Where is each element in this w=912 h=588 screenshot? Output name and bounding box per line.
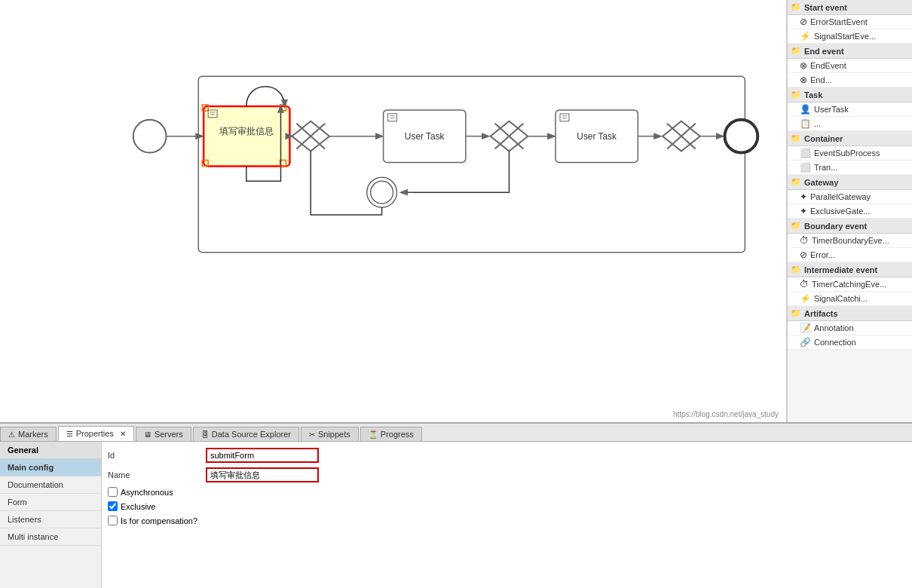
end-event2-icon: ⊗ bbox=[800, 75, 807, 85]
prop-id-input[interactable] bbox=[206, 448, 319, 463]
item-event-subprocess[interactable]: ⬜ EventSubProcess bbox=[788, 146, 912, 161]
end-event-icon: ⊗ bbox=[800, 60, 807, 71]
item-error-boundary[interactable]: ⊘ Error... bbox=[788, 248, 912, 262]
folder-icon: 📁 bbox=[791, 2, 801, 12]
item-annotation-label: Annotation bbox=[814, 323, 854, 332]
section-task[interactable]: 📁 Task bbox=[788, 87, 912, 103]
timer-boundary-icon: ⏱ bbox=[800, 235, 809, 246]
properties-content: Id Name Asynchronous Exclusive Is bbox=[102, 442, 912, 588]
prop-compensation-label: Is for compensation? bbox=[121, 516, 197, 525]
item-task2-label: ... bbox=[814, 119, 821, 128]
bpmn-diagram: 填写审批信息 User Task bbox=[0, 0, 786, 422]
item-error-boundary-label: Error... bbox=[810, 250, 835, 259]
nav-documentation[interactable]: Documentation bbox=[0, 476, 101, 494]
event-subprocess-icon: ⬜ bbox=[800, 148, 811, 158]
folder-icon-artifacts: 📁 bbox=[791, 308, 801, 318]
properties-area: General Main config Documentation Form L… bbox=[0, 442, 912, 588]
item-connection[interactable]: 🔗 Connection bbox=[788, 335, 912, 350]
timer-catching-icon: ⏱ bbox=[800, 279, 809, 289]
section-start-event-label: Start event bbox=[804, 3, 847, 12]
tab-close-icon[interactable]: ✕ bbox=[120, 430, 126, 438]
item-signal-start[interactable]: ⚡ SignalStartEve... bbox=[788, 29, 912, 44]
signal-start-icon: ⚡ bbox=[800, 31, 811, 41]
item-signal-catching[interactable]: ⚡ SignalCatchi... bbox=[788, 292, 912, 306]
item-exclusive-gate[interactable]: ✦ ExclusiveGate... bbox=[788, 204, 912, 219]
nav-main-config[interactable]: Main config bbox=[0, 459, 101, 476]
top-area: 填写审批信息 User Task bbox=[0, 0, 912, 422]
trans-icon: ⬜ bbox=[800, 162, 811, 173]
section-gateway[interactable]: 📁 Gateway bbox=[788, 175, 912, 190]
item-end-event[interactable]: ⊗ EndEvent bbox=[788, 59, 912, 73]
section-boundary-event-label: Boundary event bbox=[804, 222, 867, 231]
servers-icon: 🖥 bbox=[144, 430, 151, 439]
tab-datasource[interactable]: 🗄 Data Source Explorer bbox=[193, 427, 299, 441]
tab-snippets-label: Snippets bbox=[318, 430, 350, 439]
item-parallel-gateway[interactable]: ✦ ParallelGateway bbox=[788, 190, 912, 204]
watermark: https://blog.csdn.net/java_study bbox=[673, 410, 779, 418]
prop-exclusive-row: Exclusive bbox=[108, 501, 906, 511]
item-annotation[interactable]: 📝 Annotation bbox=[788, 321, 912, 335]
tab-properties[interactable]: ☰ Properties ✕ bbox=[58, 426, 134, 441]
item-trans[interactable]: ⬜ Tran... bbox=[788, 161, 912, 175]
tab-progress[interactable]: ⏳ Progress bbox=[360, 427, 422, 441]
tab-servers[interactable]: 🖥 Servers bbox=[136, 427, 191, 441]
prop-name-label: Name bbox=[108, 470, 206, 479]
left-nav-header: General bbox=[0, 442, 101, 459]
prop-async-checkbox[interactable] bbox=[108, 487, 118, 497]
user-task-icon: 👤 bbox=[800, 104, 811, 115]
section-artifacts[interactable]: 📁 Artifacts bbox=[788, 306, 912, 321]
nav-form[interactable]: Form bbox=[0, 494, 101, 511]
right-panel: 📁 Start event ⊘ ErrorStartEvent ⚡ Signal… bbox=[787, 0, 912, 422]
tab-snippets[interactable]: ✂ Snippets bbox=[301, 427, 359, 441]
left-nav: General Main config Documentation Form L… bbox=[0, 442, 102, 588]
connection-icon: 🔗 bbox=[800, 337, 811, 348]
tab-progress-label: Progress bbox=[381, 430, 414, 439]
datasource-icon: 🗄 bbox=[201, 430, 209, 439]
item-signal-catching-label: SignalCatchi... bbox=[814, 294, 868, 303]
folder-icon-container: 📁 bbox=[791, 133, 801, 143]
item-timer-catching[interactable]: ⏱ TimerCatchingEve... bbox=[788, 277, 912, 292]
prop-exclusive-checkbox[interactable] bbox=[108, 501, 118, 511]
item-user-task[interactable]: 👤 UserTask bbox=[788, 103, 912, 117]
annotation-icon: 📝 bbox=[800, 323, 811, 333]
svg-text:User Task: User Task bbox=[577, 131, 617, 142]
section-container[interactable]: 📁 Container bbox=[788, 131, 912, 146]
item-error-start-label: ErrorStartEvent bbox=[810, 17, 868, 26]
folder-icon-intermediate: 📁 bbox=[791, 265, 801, 274]
prop-name-input[interactable] bbox=[206, 467, 319, 482]
item-trans-label: Tran... bbox=[814, 163, 837, 172]
item-user-task-label: UserTask bbox=[814, 105, 849, 114]
tab-markers[interactable]: ⚠ Markers bbox=[0, 427, 57, 441]
item-timer-boundary[interactable]: ⏱ TimerBoundaryEve... bbox=[788, 234, 912, 248]
progress-icon: ⏳ bbox=[369, 430, 378, 439]
canvas-area[interactable]: 填写审批信息 User Task bbox=[0, 0, 787, 422]
prop-async-row: Asynchronous bbox=[108, 487, 906, 497]
prop-name-row: Name bbox=[108, 467, 906, 482]
nav-listeners[interactable]: Listeners bbox=[0, 511, 101, 528]
item-parallel-gateway-label: ParallelGateway bbox=[810, 192, 871, 201]
svg-point-40 bbox=[371, 181, 393, 204]
folder-icon-task: 📁 bbox=[791, 90, 801, 100]
task2-icon: 📋 bbox=[800, 118, 811, 129]
section-end-event[interactable]: 📁 End event bbox=[788, 44, 912, 59]
section-intermediate-event[interactable]: 📁 Intermediate event bbox=[788, 262, 912, 277]
error-start-icon: ⊘ bbox=[800, 17, 807, 27]
error-boundary-icon: ⊘ bbox=[800, 250, 807, 260]
nav-multi-instance[interactable]: Multi instance bbox=[0, 528, 101, 546]
item-task2[interactable]: 📋 ... bbox=[788, 117, 912, 131]
bottom-area: ⚠ Markers ☰ Properties ✕ 🖥 Servers 🗄 Dat… bbox=[0, 422, 912, 588]
section-start-event[interactable]: 📁 Start event bbox=[788, 0, 912, 15]
snippets-icon: ✂ bbox=[309, 430, 315, 439]
item-end-event2[interactable]: ⊗ End... bbox=[788, 73, 912, 87]
start-event-shape bbox=[133, 120, 167, 153]
section-intermediate-event-label: Intermediate event bbox=[804, 265, 877, 274]
tab-markers-label: Markers bbox=[18, 430, 48, 439]
item-exclusive-gate-label: ExclusiveGate... bbox=[810, 207, 870, 216]
item-error-start[interactable]: ⊘ ErrorStartEvent bbox=[788, 15, 912, 29]
tab-datasource-label: Data Source Explorer bbox=[212, 430, 291, 439]
prop-compensation-checkbox[interactable] bbox=[108, 516, 118, 525]
section-boundary-event[interactable]: 📁 Boundary event bbox=[788, 219, 912, 234]
exclusive-gate-icon: ✦ bbox=[800, 206, 807, 216]
main-container: 填写审批信息 User Task bbox=[0, 0, 912, 588]
item-end-event2-label: End... bbox=[810, 75, 832, 84]
